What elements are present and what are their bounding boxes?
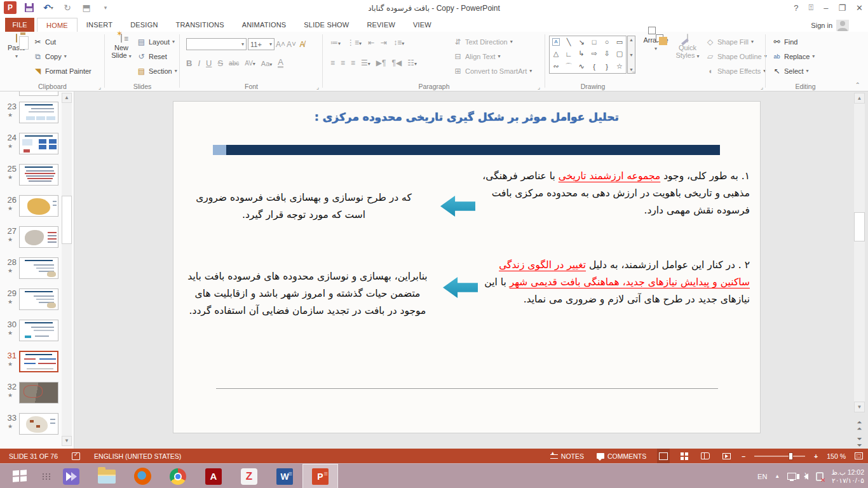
tab-transitions[interactable]: TRANSITIONS bbox=[167, 18, 233, 32]
columns-icon[interactable]: ☷▾ bbox=[407, 58, 417, 67]
zoom-out-icon[interactable]: – bbox=[742, 452, 745, 460]
reset-button[interactable]: ↺ Reset bbox=[137, 51, 167, 61]
text-direction-button[interactable]: ⇵ Text Direction▾ bbox=[453, 37, 513, 46]
slide-thumbnail-28[interactable]: 28★ bbox=[0, 256, 61, 287]
line-spacing-icon[interactable]: ↕≡▾ bbox=[393, 38, 404, 47]
tab-animations[interactable]: ANIMATIONS bbox=[233, 18, 295, 32]
taskbar-powerpoint[interactable]: P bbox=[302, 464, 338, 488]
format-painter-button[interactable]: ◥ Format Painter bbox=[33, 66, 92, 76]
thumbnail-preview[interactable] bbox=[19, 195, 58, 217]
zoom-slider[interactable] bbox=[754, 456, 805, 457]
taskbar-kmplayer[interactable] bbox=[53, 464, 89, 488]
shape-rectangle-icon[interactable]: □ bbox=[592, 38, 597, 46]
shape-down-arrow-icon[interactable]: ⇩ bbox=[604, 50, 609, 58]
slide-thumbnail-27[interactable]: 27★ bbox=[0, 225, 61, 256]
scroll-up-icon[interactable]: ▲ bbox=[854, 93, 865, 104]
slide-divider-bar[interactable] bbox=[213, 145, 720, 155]
shape-triangle-icon[interactable]: △ bbox=[553, 50, 559, 58]
scroll-thumb[interactable] bbox=[854, 212, 865, 241]
next-slide-icon[interactable]: ⏷⏷ bbox=[854, 436, 865, 449]
change-case-button[interactable]: Aa▾ bbox=[261, 60, 272, 67]
grow-font-icon[interactable]: A˄ bbox=[276, 39, 285, 49]
rtl-direction-icon[interactable]: ¶◀ bbox=[392, 58, 402, 67]
slide-thumbnail-33[interactable]: 33★ bbox=[0, 412, 61, 443]
thumbnail-preview[interactable] bbox=[19, 320, 58, 341]
thumbnail-preview[interactable] bbox=[19, 413, 58, 435]
bullets-icon[interactable]: ≔▾ bbox=[330, 38, 341, 47]
thumbnail-preview[interactable] bbox=[19, 102, 58, 123]
arrange-button[interactable]: Arrange▾ bbox=[641, 34, 671, 51]
tab-file[interactable]: FILE bbox=[5, 18, 34, 32]
replace-button[interactable]: ab Replace▾ bbox=[772, 51, 815, 61]
thumbnail-preview[interactable] bbox=[19, 288, 58, 310]
thumbnail-scroll-up-icon[interactable]: ▲ bbox=[62, 93, 72, 103]
shape-right-arrow-icon[interactable]: ⇨ bbox=[591, 50, 597, 58]
shapes-more-icon[interactable]: ▼̲ bbox=[629, 67, 634, 72]
thumbnail-scroll-thumb[interactable] bbox=[62, 196, 72, 244]
shape-arc-icon[interactable]: ⌒ bbox=[566, 62, 573, 71]
slide-thumbnail-26[interactable]: 26★ bbox=[0, 194, 61, 225]
drawing-dialog-launcher-icon[interactable]: ⌟ bbox=[761, 84, 763, 90]
shrink-font-icon[interactable]: A˅ bbox=[287, 39, 296, 49]
shape-left-brace-icon[interactable]: { bbox=[593, 63, 595, 71]
font-size-combobox[interactable]: 11+▾ bbox=[248, 38, 275, 50]
cut-button[interactable]: ✂ Cut bbox=[33, 37, 56, 46]
spell-check-icon[interactable] bbox=[72, 452, 80, 460]
slide-text-left-2[interactable]: بنابراین، بهسازی و نوسازی محدوده های فرس… bbox=[182, 268, 433, 320]
quick-styles-button[interactable]: QuickStyles ▾ bbox=[674, 34, 702, 60]
language-indicator[interactable]: ENGLISH (UNITED STATES) bbox=[94, 452, 181, 460]
help-icon[interactable]: ? bbox=[794, 3, 798, 13]
speaker-icon[interactable] bbox=[804, 473, 808, 480]
shape-rounded-rectangle-icon[interactable]: ▭ bbox=[616, 38, 623, 46]
tab-insert[interactable]: INSERT bbox=[78, 18, 121, 32]
slide-canvas[interactable]: تحلیل عوامل موثر بر شکل گیری تاریخی محدو… bbox=[173, 102, 760, 433]
clear-formatting-icon[interactable]: A̸ bbox=[297, 39, 307, 49]
slide-paragraph-1[interactable]: ١. به طور کلی، وجود مجموعه ارزشمند تاریخ… bbox=[480, 168, 750, 219]
align-center-icon[interactable]: ≡ bbox=[341, 58, 345, 67]
font-color-button[interactable]: A bbox=[278, 58, 283, 68]
shape-star-icon[interactable]: ☆ bbox=[616, 62, 623, 71]
align-text-button[interactable]: ⊟ Align Text▾ bbox=[453, 51, 501, 61]
start-button[interactable] bbox=[0, 464, 39, 488]
taskbar-file-explorer[interactable] bbox=[89, 464, 125, 488]
notes-button[interactable]: NOTES bbox=[548, 449, 586, 463]
shapes-gallery[interactable]: A╲↘□○▭△∟↳⇨⇩▢∾⌒∿{}☆ bbox=[549, 36, 627, 74]
normal-view-button[interactable] bbox=[657, 449, 670, 463]
increase-indent-icon[interactable]: ⇥ bbox=[381, 38, 387, 47]
tab-review[interactable]: REVIEW bbox=[358, 18, 404, 32]
slide-paragraph-2[interactable]: ۲ . در کنار این عوامل ارزشمند، به دلیل ت… bbox=[470, 257, 750, 308]
thumbnail-preview[interactable] bbox=[19, 133, 58, 154]
slide-area-scrollbar[interactable]: ▲ ▼ bbox=[854, 93, 865, 412]
numbering-icon[interactable]: ⋮≡▾ bbox=[347, 38, 362, 47]
shadow-button[interactable]: S bbox=[217, 58, 223, 68]
taskbar-firefox[interactable] bbox=[125, 464, 160, 488]
tray-show-hidden-icons[interactable]: ▲ bbox=[775, 473, 780, 479]
tray-language[interactable]: EN bbox=[757, 473, 767, 480]
thumbnail-preview[interactable] bbox=[19, 226, 58, 248]
shape-scribble-icon[interactable]: ∾ bbox=[553, 62, 559, 71]
paste-button[interactable]: Paste ▾ bbox=[5, 34, 28, 59]
close-icon[interactable]: ✕ bbox=[856, 3, 863, 13]
shape-elbow-arrow-icon[interactable]: ↳ bbox=[578, 50, 584, 58]
taskbar-chrome[interactable] bbox=[160, 464, 196, 488]
layout-button[interactable]: ▤ Layout▾ bbox=[137, 37, 175, 46]
shape-text-box-icon[interactable]: A bbox=[552, 38, 559, 46]
power-plug-icon[interactable] bbox=[816, 472, 824, 481]
thumbnail-partial[interactable] bbox=[19, 92, 58, 96]
shape-line-icon[interactable]: ╲ bbox=[567, 38, 571, 46]
tab-slide-show[interactable]: SLIDE SHOW bbox=[295, 18, 358, 32]
restore-icon[interactable]: ❐ bbox=[838, 3, 846, 13]
shape-curve-icon[interactable]: ∿ bbox=[578, 62, 584, 71]
sign-in[interactable]: Sign in bbox=[811, 20, 849, 31]
taskbar-pinned-dots[interactable] bbox=[39, 464, 53, 488]
shapes-scroll-up-icon[interactable]: ▲ bbox=[629, 37, 634, 42]
italic-button[interactable]: I bbox=[198, 58, 200, 68]
slide-thumbnail-23[interactable]: 23★ bbox=[0, 100, 61, 132]
ribbon-display-options-icon[interactable]: ⍐ bbox=[808, 3, 813, 13]
section-button[interactable]: ▤ Section▾ bbox=[137, 66, 177, 76]
slide-thumbnail-32[interactable]: 32★ bbox=[0, 381, 61, 412]
tab-view[interactable]: VIEW bbox=[404, 18, 440, 32]
slide-thumbnail-24[interactable]: 24★ bbox=[0, 132, 61, 163]
character-spacing-button[interactable]: AV▾ bbox=[245, 60, 255, 67]
align-left-icon[interactable]: ≡ bbox=[330, 58, 335, 67]
